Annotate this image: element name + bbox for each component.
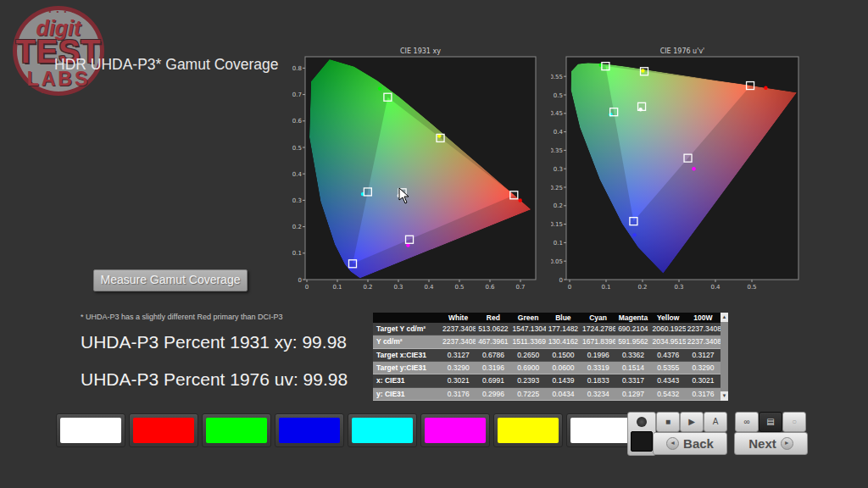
cell-value: 0.3176 (441, 387, 476, 400)
swatch-chip-white (60, 418, 121, 443)
col-header: Cyan (581, 313, 615, 323)
swatch-chip-magenta (425, 418, 486, 443)
measure-gamut-coverage-button[interactable]: Measure Gamut Coverage (93, 269, 248, 291)
table-row: Target y:CIE310.32900.31960.69000.06000.… (373, 361, 721, 374)
cell-value: 0.3290 (441, 361, 476, 374)
cell-value: 1671.8396 (581, 336, 615, 348)
svg-text:CIE 1931 xy: CIE 1931 xy (400, 47, 441, 55)
swatch-button-cyan[interactable] (348, 413, 417, 447)
gamut-table-header: WhiteRedGreenBlueCyanMagentaYellow100W (373, 313, 721, 323)
cell-value: 0.3127 (686, 348, 721, 361)
svg-text:0.2: 0.2 (637, 284, 647, 291)
measured-point-magenta (406, 243, 409, 247)
svg-text:0.6: 0.6 (292, 118, 303, 125)
svg-text:0.5: 0.5 (454, 284, 464, 291)
swatch-button-green[interactable] (202, 413, 271, 447)
percent-1931-result: UHDA-P3 Percent 1931 xy: 99.98 (81, 332, 347, 352)
svg-text:0.3: 0.3 (292, 197, 302, 204)
col-header: Red (476, 313, 510, 323)
page-title: HDR UHDA-P3* Gamut Coverage (54, 56, 279, 74)
swatch-button-yellow[interactable] (493, 413, 563, 447)
back-arrow-icon: ◄ (666, 437, 679, 450)
stop-button[interactable]: ■ (656, 412, 680, 432)
stop-icon: ■ (665, 417, 670, 426)
cell-value: 0.3319 (581, 361, 615, 374)
svg-text:0.35: 0.35 (551, 147, 563, 154)
table-row: y: CIE310.31760.29960.72250.04340.32340.… (373, 387, 721, 400)
mouse-cursor (398, 187, 410, 204)
measured-point-blue (349, 266, 353, 269)
swatch-chip-white-2 (570, 418, 632, 443)
loop-button[interactable]: ∞ (735, 412, 759, 432)
play-button[interactable]: ▶ (680, 412, 704, 432)
next-button-label: Next (748, 436, 776, 451)
svg-text:0: 0 (568, 284, 571, 291)
extra-round-button[interactable]: ○ (782, 412, 806, 432)
svg-text:0: 0 (559, 277, 563, 284)
table-row: Y cd/m²2237.3408467.39611511.3369130.416… (373, 336, 721, 348)
gamut-table-body: Target Y cd/m²2237.3408513.06221547.1304… (373, 323, 721, 401)
logo-dots-top: • • • • • (8, 8, 108, 15)
row-label: y: CIE31 (373, 387, 441, 400)
svg-text:0.1: 0.1 (601, 284, 610, 291)
svg-text:0.4: 0.4 (554, 129, 564, 136)
cell-value: 2237.3408 (441, 323, 476, 336)
svg-text:0.1: 0.1 (554, 240, 563, 247)
svg-text:0.8: 0.8 (292, 65, 302, 72)
back-button-label: Back (683, 436, 714, 451)
measured-point-red (764, 86, 767, 90)
cell-value: 0.3021 (441, 374, 476, 387)
cell-value: 0.3317 (615, 374, 650, 387)
blank-icon: ○ (792, 417, 797, 426)
cell-value: 1547.1304 (511, 323, 546, 336)
svg-text:0.4: 0.4 (292, 171, 303, 178)
svg-text:0.25: 0.25 (551, 185, 563, 191)
cell-value: 0.3234 (581, 387, 615, 400)
row-label: Y cd/m² (373, 336, 441, 348)
swatch-button-white[interactable] (56, 413, 125, 447)
svg-text:0.7: 0.7 (515, 284, 525, 291)
svg-text:0.2: 0.2 (363, 284, 372, 291)
cell-value: 0.7225 (511, 387, 546, 400)
swatch-chip-cyan (352, 418, 413, 443)
svg-text:0.55: 0.55 (551, 74, 563, 80)
pattern-window-button[interactable] (627, 412, 656, 456)
pattern-mode-button[interactable]: ▤ (759, 412, 782, 432)
table-row: Target Y cd/m²2237.3408513.06221547.1304… (373, 323, 721, 336)
measured-point-blue (632, 233, 636, 236)
cell-value: 0.6991 (476, 374, 510, 387)
calibration-app-window: • • • • • digit TEST LABS • • • • • HDR … (0, 0, 868, 488)
table-scrollbar[interactable]: ▲ ▼ (721, 313, 728, 401)
auto-icon: A (713, 417, 719, 426)
row-label: Target Y cd/m² (373, 323, 441, 336)
col-header: Yellow (651, 313, 686, 323)
swatch-button-blue[interactable] (275, 413, 344, 447)
svg-text:0.6: 0.6 (485, 284, 495, 291)
cell-value: 0.1297 (615, 387, 650, 400)
logo-dots-bottom: • • • • • (8, 88, 108, 96)
next-button[interactable]: Next ► (734, 432, 808, 455)
svg-text:0.7: 0.7 (292, 92, 302, 98)
cell-value: 0.3021 (686, 374, 721, 387)
scroll-down-icon[interactable]: ▼ (721, 391, 728, 401)
cell-value: 0.2650 (511, 348, 546, 361)
table-row: x: CIE310.30210.69910.23930.14390.18330.… (373, 374, 721, 387)
svg-text:CIE 1976 u'v': CIE 1976 u'v' (660, 47, 705, 55)
row-label: Target y:CIE31 (373, 361, 441, 374)
measured-point-yellow (641, 69, 644, 72)
scroll-up-icon[interactable]: ▲ (721, 313, 728, 322)
svg-text:0: 0 (298, 277, 302, 284)
swatch-chip-green (206, 418, 267, 443)
auto-button[interactable]: A (704, 412, 727, 432)
swatch-button-white-2[interactable] (566, 413, 636, 447)
back-button[interactable]: ◄ Back (653, 432, 727, 455)
swatch-chip-yellow (498, 418, 559, 443)
svg-text:0.4: 0.4 (710, 284, 721, 291)
cell-value: 1511.3369 (511, 336, 546, 348)
swatch-button-magenta[interactable] (420, 413, 490, 447)
cell-value: 0.0434 (546, 387, 581, 400)
svg-text:0.3: 0.3 (674, 284, 683, 291)
swatch-button-red[interactable] (129, 413, 198, 447)
swatch-chip-blue (279, 418, 340, 443)
cell-value: 0.1833 (581, 374, 615, 387)
